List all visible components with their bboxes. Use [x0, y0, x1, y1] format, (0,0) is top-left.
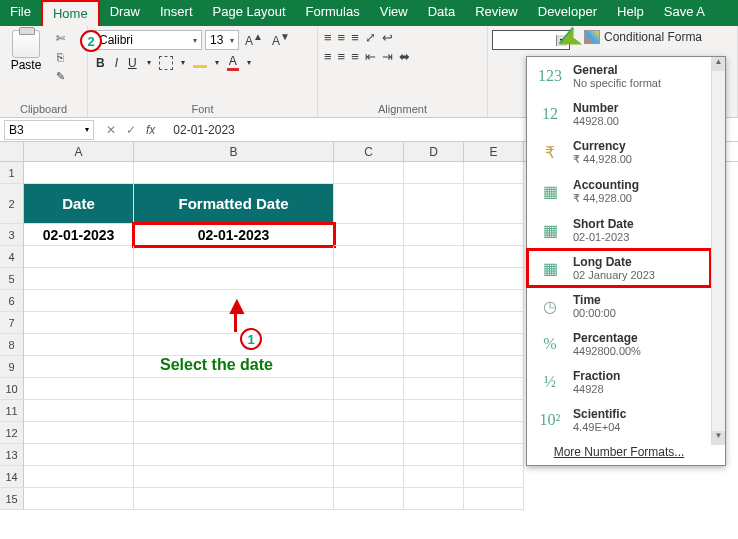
cell-A1[interactable] [24, 162, 134, 184]
cell-D12[interactable] [404, 422, 464, 444]
enter-formula-button[interactable]: ✓ [126, 123, 136, 137]
cell-E13[interactable] [464, 444, 524, 466]
cell-E3[interactable] [464, 224, 524, 246]
paste-button[interactable]: Paste [6, 30, 46, 72]
cell-A7[interactable] [24, 312, 134, 334]
cell-C2[interactable] [334, 184, 404, 224]
cell-D14[interactable] [404, 466, 464, 488]
cell-E6[interactable] [464, 290, 524, 312]
cell-C6[interactable] [334, 290, 404, 312]
increase-indent-button[interactable]: ⇥ [382, 49, 393, 64]
cell-B13[interactable] [134, 444, 334, 466]
cell-D8[interactable] [404, 334, 464, 356]
decrease-font-button[interactable]: A▼ [269, 30, 293, 50]
cell-C12[interactable] [334, 422, 404, 444]
cell-A9[interactable] [24, 356, 134, 378]
fill-color-button[interactable] [193, 58, 207, 68]
cell-C7[interactable] [334, 312, 404, 334]
orientation-button[interactable]: ⤢ [365, 30, 376, 45]
italic-button[interactable]: I [113, 56, 120, 70]
name-box[interactable]: B3▾ [4, 120, 94, 140]
cell-E1[interactable] [464, 162, 524, 184]
decrease-indent-button[interactable]: ⇤ [365, 49, 376, 64]
bold-button[interactable]: B [94, 56, 107, 70]
tab-help[interactable]: Help [607, 0, 654, 26]
format-accounting[interactable]: ▦ Accounting₹ 44,928.00 [527, 172, 711, 211]
col-header-E[interactable]: E [464, 142, 524, 161]
select-all-corner[interactable] [0, 142, 24, 161]
cell-C8[interactable] [334, 334, 404, 356]
row-header[interactable]: 10 [0, 378, 24, 400]
underline-button[interactable]: U [126, 56, 139, 70]
align-left-button[interactable]: ≡ [324, 49, 332, 64]
cell-E9[interactable] [464, 356, 524, 378]
formula-value[interactable]: 02-01-2023 [163, 123, 234, 137]
align-center-button[interactable]: ≡ [338, 49, 346, 64]
format-scientific[interactable]: 10² Scientific4.49E+04 [527, 401, 711, 439]
align-bottom-button[interactable]: ≡ [351, 30, 359, 45]
tab-data[interactable]: Data [418, 0, 465, 26]
row-header[interactable]: 12 [0, 422, 24, 444]
cell-E12[interactable] [464, 422, 524, 444]
cell-A5[interactable] [24, 268, 134, 290]
row-header[interactable]: 2 [0, 184, 24, 224]
cell-A10[interactable] [24, 378, 134, 400]
more-number-formats[interactable]: More Number Formats... [527, 439, 711, 465]
cell-D15[interactable] [404, 488, 464, 510]
format-percentage[interactable]: % Percentage4492800.00% [527, 325, 711, 363]
cell-B4[interactable] [134, 246, 334, 268]
tab-save[interactable]: Save A [654, 0, 715, 26]
cell-C10[interactable] [334, 378, 404, 400]
cell-B2[interactable]: Formatted Date [134, 184, 334, 224]
cell-B15[interactable] [134, 488, 334, 510]
font-color-button[interactable]: A [227, 54, 239, 71]
cell-A6[interactable] [24, 290, 134, 312]
row-header[interactable]: 15 [0, 488, 24, 510]
cell-C1[interactable] [334, 162, 404, 184]
cut-button[interactable]: ✄ [50, 32, 70, 48]
cell-C3[interactable] [334, 224, 404, 246]
row-header[interactable]: 6 [0, 290, 24, 312]
cell-E11[interactable] [464, 400, 524, 422]
format-long-date[interactable]: ▦ Long Date02 January 2023 [527, 249, 711, 287]
cell-D4[interactable] [404, 246, 464, 268]
cell-B3[interactable]: 02-01-2023 [134, 224, 334, 246]
format-fraction[interactable]: ½ Fraction44928 [527, 363, 711, 401]
cell-D9[interactable] [404, 356, 464, 378]
tab-home[interactable]: Home [41, 0, 100, 26]
cell-C15[interactable] [334, 488, 404, 510]
cell-A8[interactable] [24, 334, 134, 356]
cell-B8[interactable] [134, 334, 334, 356]
cell-D2[interactable] [404, 184, 464, 224]
cell-A14[interactable] [24, 466, 134, 488]
cell-B11[interactable] [134, 400, 334, 422]
scroll-down-button[interactable]: ▼ [712, 431, 725, 445]
tab-view[interactable]: View [370, 0, 418, 26]
cell-D1[interactable] [404, 162, 464, 184]
format-currency[interactable]: ₹ Currency₹ 44,928.00 [527, 133, 711, 172]
increase-font-button[interactable]: A▲ [242, 30, 266, 50]
row-header[interactable]: 14 [0, 466, 24, 488]
align-right-button[interactable]: ≡ [351, 49, 359, 64]
cell-B1[interactable] [134, 162, 334, 184]
font-name-dropdown[interactable]: Calibri▾ [94, 30, 202, 50]
cell-C13[interactable] [334, 444, 404, 466]
cell-E7[interactable] [464, 312, 524, 334]
cell-C4[interactable] [334, 246, 404, 268]
row-header[interactable]: 13 [0, 444, 24, 466]
row-header[interactable]: 5 [0, 268, 24, 290]
cell-D11[interactable] [404, 400, 464, 422]
align-top-button[interactable]: ≡ [324, 30, 332, 45]
panel-scrollbar[interactable]: ▲ ▼ [711, 57, 725, 445]
cell-B14[interactable] [134, 466, 334, 488]
col-header-D[interactable]: D [404, 142, 464, 161]
cell-D6[interactable] [404, 290, 464, 312]
cancel-formula-button[interactable]: ✕ [106, 123, 116, 137]
format-time[interactable]: ◷ Time00:00:00 [527, 287, 711, 325]
format-short-date[interactable]: ▦ Short Date02-01-2023 [527, 211, 711, 249]
cell-E8[interactable] [464, 334, 524, 356]
cell-B5[interactable] [134, 268, 334, 290]
cell-A2[interactable]: Date [24, 184, 134, 224]
tab-file[interactable]: File [0, 0, 41, 26]
conditional-formatting-button[interactable]: Conditional Forma [584, 30, 702, 44]
